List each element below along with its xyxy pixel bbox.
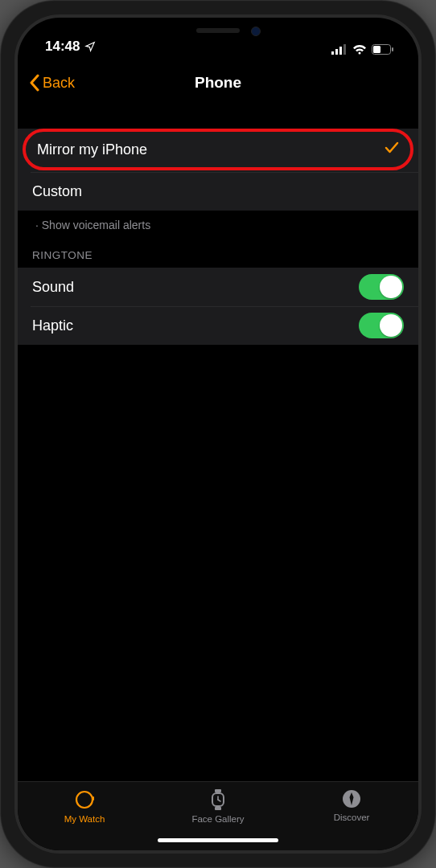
row-sound: Sound	[18, 268, 418, 306]
tab-discover[interactable]: Discover	[286, 788, 417, 822]
svg-rect-11	[215, 807, 221, 810]
svg-rect-8	[92, 796, 94, 800]
chevron-left-icon	[29, 74, 39, 92]
content: Mirror my iPhone Custom · Show voicemail…	[18, 103, 418, 781]
alerts-group: Mirror my iPhone Custom	[18, 129, 418, 211]
ringtone-header: RINGTONE	[18, 231, 418, 268]
tab-face-gallery-label: Face Gallery	[191, 814, 244, 824]
svg-rect-3	[343, 44, 346, 55]
home-indicator[interactable]	[158, 838, 278, 842]
svg-rect-1	[335, 49, 338, 55]
row-haptic: Haptic	[18, 306, 418, 345]
cellular-icon	[331, 44, 348, 55]
nav-bar: Back Phone	[18, 63, 418, 103]
row-mirror-iphone[interactable]: Mirror my iPhone	[23, 129, 413, 170]
back-label: Back	[43, 75, 75, 92]
tab-face-gallery[interactable]: Face Gallery	[152, 788, 284, 824]
status-time: 14:48	[45, 39, 80, 55]
notch	[134, 18, 302, 43]
tab-my-watch-label: My Watch	[64, 814, 105, 824]
svg-rect-6	[392, 47, 393, 51]
checkmark-icon	[385, 141, 399, 158]
tab-discover-label: Discover	[334, 813, 370, 822]
phone-frame: 14:48	[0, 0, 436, 868]
alerts-footer: · Show voicemail alerts	[18, 211, 418, 231]
battery-icon	[372, 44, 394, 55]
location-icon	[84, 41, 96, 52]
svg-point-7	[76, 792, 93, 808]
svg-line-13	[218, 800, 220, 801]
watch-face-icon	[208, 788, 228, 811]
compass-icon	[341, 788, 362, 809]
svg-rect-5	[373, 46, 380, 53]
svg-rect-10	[215, 789, 221, 792]
row-custom[interactable]: Custom	[18, 172, 418, 211]
haptic-toggle[interactable]	[359, 313, 404, 338]
ringtone-group: Sound Haptic	[18, 268, 418, 345]
tab-my-watch[interactable]: My Watch	[19, 788, 150, 824]
mirror-label: Mirror my iPhone	[37, 141, 147, 158]
page-title: Phone	[195, 74, 241, 92]
haptic-label: Haptic	[32, 317, 73, 334]
sound-label: Sound	[32, 279, 74, 296]
svg-rect-2	[339, 47, 342, 55]
custom-label: Custom	[32, 183, 82, 200]
svg-rect-0	[331, 51, 334, 55]
sound-toggle[interactable]	[359, 274, 404, 300]
wifi-icon	[352, 44, 367, 55]
back-button[interactable]: Back	[29, 74, 75, 92]
watch-icon	[73, 788, 96, 811]
